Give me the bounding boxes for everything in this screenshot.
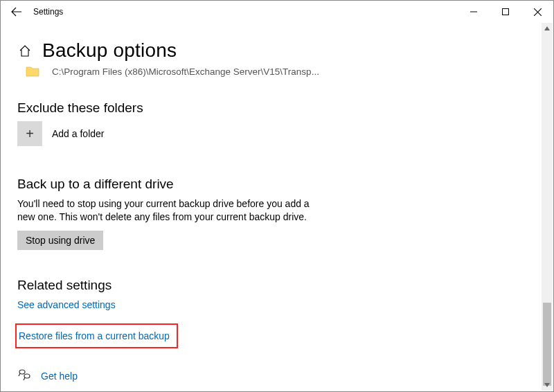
get-help-link[interactable]: Get help xyxy=(41,371,78,382)
add-folder-label: Add a folder xyxy=(52,128,105,139)
svg-rect-0 xyxy=(503,9,509,15)
maximize-icon xyxy=(502,8,509,15)
plus-icon: + xyxy=(26,126,34,142)
close-icon xyxy=(534,8,542,16)
settings-window: Settings Backup options C:\Program F xyxy=(0,0,554,392)
window-controls xyxy=(458,1,553,23)
scrollbar-up-arrow-icon[interactable] xyxy=(542,23,553,34)
add-folder-button[interactable]: + xyxy=(17,121,42,146)
titlebar: Settings xyxy=(1,1,553,23)
maximize-button[interactable] xyxy=(490,1,521,23)
exclude-heading: Exclude these folders xyxy=(17,100,537,116)
scrollbar-thumb[interactable] xyxy=(543,303,551,386)
minimize-icon xyxy=(470,8,477,15)
help-icon xyxy=(17,369,31,383)
backup-path-row[interactable]: C:\Program Files (x86)\Microsoft\Exchang… xyxy=(20,66,537,77)
close-button[interactable] xyxy=(521,1,553,23)
add-folder-row[interactable]: + Add a folder xyxy=(17,121,537,146)
related-heading: Related settings xyxy=(17,278,537,293)
scrollbar-down-arrow-icon[interactable] xyxy=(542,380,553,391)
page-title: Backup options xyxy=(42,39,177,62)
content-area: Backup options C:\Program Files (x86)\Mi… xyxy=(1,39,553,383)
drive-heading: Back up to a different drive xyxy=(17,177,537,192)
get-help-row[interactable]: Get help xyxy=(17,369,537,383)
vertical-scrollbar[interactable] xyxy=(542,23,553,391)
back-arrow-icon xyxy=(11,6,22,17)
folder-icon xyxy=(26,66,39,77)
see-advanced-settings-link[interactable]: See advanced settings xyxy=(17,299,116,310)
minimize-button[interactable] xyxy=(458,1,490,23)
backup-path-text: C:\Program Files (x86)\Microsoft\Exchang… xyxy=(52,66,319,77)
drive-description: You'll need to stop using your current b… xyxy=(17,197,315,224)
back-button[interactable] xyxy=(1,1,33,23)
home-icon[interactable] xyxy=(17,44,33,57)
window-title: Settings xyxy=(33,7,458,17)
restore-files-link[interactable]: Restore files from a current backup xyxy=(19,330,170,341)
stop-using-drive-button[interactable]: Stop using drive xyxy=(17,231,103,250)
page-header: Backup options xyxy=(17,39,537,62)
restore-highlight-box: Restore files from a current backup xyxy=(15,323,178,348)
